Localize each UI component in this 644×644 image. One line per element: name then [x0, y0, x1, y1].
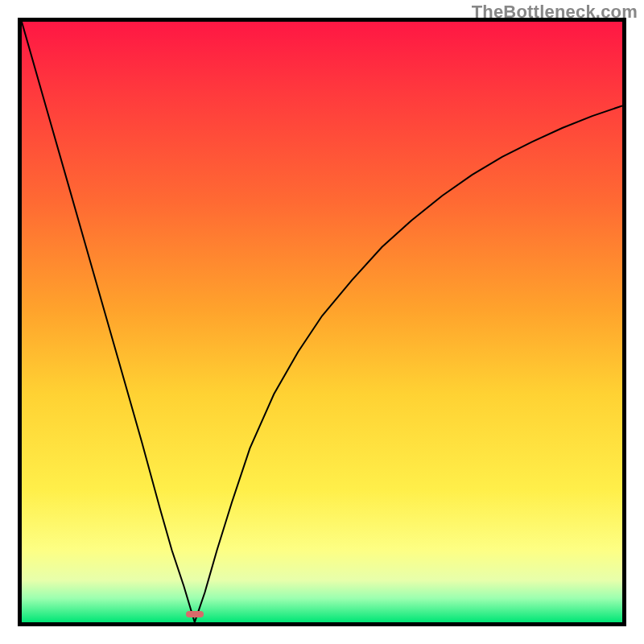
optimum-marker	[186, 611, 204, 617]
curve-layer	[22, 22, 622, 622]
plot-area	[18, 18, 626, 626]
bottleneck-curve	[22, 22, 622, 622]
